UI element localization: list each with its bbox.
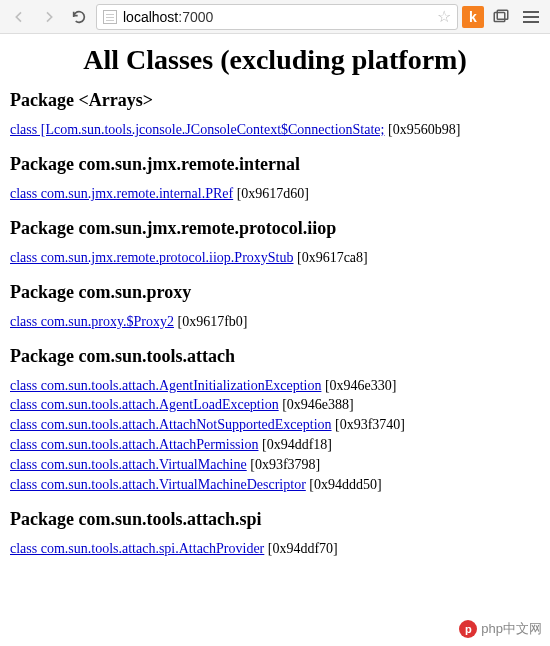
class-link[interactable]: class com.sun.tools.attach.VirtualMachin…: [10, 477, 306, 492]
address-bar[interactable]: localhost:7000 ☆: [96, 4, 458, 30]
class-list: class com.sun.tools.attach.AgentInitiali…: [10, 377, 540, 495]
class-address: [0x9560b98]: [384, 122, 460, 137]
package-heading: Package com.sun.jmx.remote.protocol.iiop: [10, 218, 540, 239]
hamburger-icon: [523, 11, 539, 23]
menu-button[interactable]: [518, 4, 544, 30]
class-link[interactable]: class com.sun.jmx.remote.internal.PRef: [10, 186, 233, 201]
class-address: [0x9617fb0]: [174, 314, 248, 329]
class-link[interactable]: class [Lcom.sun.tools.jconsole.JConsoleC…: [10, 122, 384, 137]
class-row: class com.sun.jmx.remote.protocol.iiop.P…: [10, 249, 540, 268]
class-row: class com.sun.jmx.remote.internal.PRef […: [10, 185, 540, 204]
package-heading: Package com.sun.jmx.remote.internal: [10, 154, 540, 175]
forward-button[interactable]: [36, 4, 62, 30]
class-address: [0x946e330]: [321, 378, 396, 393]
class-list: class com.sun.tools.attach.spi.AttachPro…: [10, 540, 540, 559]
svg-rect-0: [494, 12, 505, 21]
class-link[interactable]: class com.sun.tools.attach.AgentInitiali…: [10, 378, 321, 393]
class-address: [0x9617ca8]: [293, 250, 367, 265]
class-row: class com.sun.tools.attach.AgentLoadExce…: [10, 396, 540, 415]
browser-toolbar: localhost:7000 ☆ k: [0, 0, 550, 34]
extension-icon[interactable]: k: [462, 6, 484, 28]
url-text: localhost:7000: [123, 9, 213, 25]
class-row: class com.sun.tools.attach.AgentInitiali…: [10, 377, 540, 396]
class-link[interactable]: class com.sun.tools.attach.spi.AttachPro…: [10, 541, 264, 556]
back-button[interactable]: [6, 4, 32, 30]
reload-button[interactable]: [66, 4, 92, 30]
class-row: class [Lcom.sun.tools.jconsole.JConsoleC…: [10, 121, 540, 140]
package-heading: Package com.sun.tools.attach.spi: [10, 509, 540, 530]
class-row: class com.sun.tools.attach.VirtualMachin…: [10, 476, 540, 495]
bookmark-star-icon[interactable]: ☆: [437, 7, 451, 26]
class-row: class com.sun.tools.attach.AttachNotSupp…: [10, 416, 540, 435]
class-link[interactable]: class com.sun.tools.attach.AttachNotSupp…: [10, 417, 332, 432]
class-address: [0x93f3740]: [332, 417, 406, 432]
class-link[interactable]: class com.sun.tools.attach.AttachPermiss…: [10, 437, 258, 452]
package-heading: Package <Arrays>: [10, 90, 540, 111]
class-row: class com.sun.tools.attach.AttachPermiss…: [10, 436, 540, 455]
package-heading: Package com.sun.tools.attach: [10, 346, 540, 367]
class-row: class com.sun.proxy.$Proxy2 [0x9617fb0]: [10, 313, 540, 332]
class-list: class [Lcom.sun.tools.jconsole.JConsoleC…: [10, 121, 540, 140]
package-heading: Package com.sun.proxy: [10, 282, 540, 303]
class-link[interactable]: class com.sun.jmx.remote.protocol.iiop.P…: [10, 250, 293, 265]
class-address: [0x93f3798]: [247, 457, 321, 472]
class-list: class com.sun.jmx.remote.protocol.iiop.P…: [10, 249, 540, 268]
class-row: class com.sun.tools.attach.spi.AttachPro…: [10, 540, 540, 559]
page-content: All Classes (excluding platform) Package…: [0, 34, 550, 610]
class-list: class com.sun.jmx.remote.internal.PRef […: [10, 185, 540, 204]
svg-rect-1: [497, 10, 508, 19]
class-link[interactable]: class com.sun.tools.attach.VirtualMachin…: [10, 457, 247, 472]
class-row: class com.sun.tools.attach.VirtualMachin…: [10, 456, 540, 475]
class-address: [0x94ddd50]: [306, 477, 382, 492]
class-address: [0x9617d60]: [233, 186, 309, 201]
class-address: [0x946e388]: [279, 397, 354, 412]
page-icon: [103, 10, 117, 24]
class-link[interactable]: class com.sun.proxy.$Proxy2: [10, 314, 174, 329]
page-title: All Classes (excluding platform): [10, 44, 540, 76]
class-list: class com.sun.proxy.$Proxy2 [0x9617fb0]: [10, 313, 540, 332]
tabs-icon[interactable]: [488, 4, 514, 30]
class-address: [0x94ddf70]: [264, 541, 338, 556]
class-address: [0x94ddf18]: [258, 437, 332, 452]
class-link[interactable]: class com.sun.tools.attach.AgentLoadExce…: [10, 397, 279, 412]
